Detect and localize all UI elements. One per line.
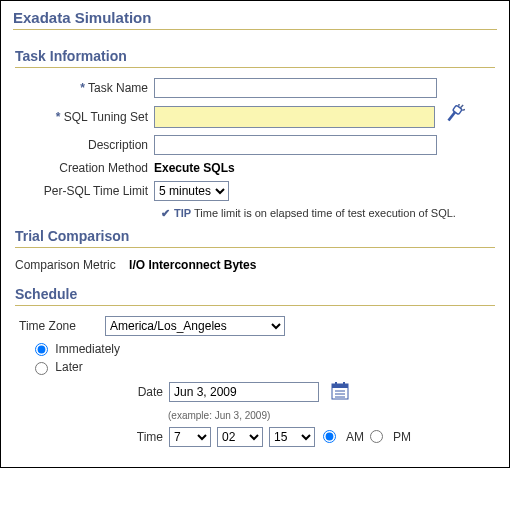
pm-radio[interactable] (370, 430, 383, 443)
svg-rect-2 (332, 384, 348, 388)
row-date: Date (13, 381, 497, 404)
per-sql-time-limit-select[interactable]: 5 minutes (154, 181, 229, 201)
page-title: Exadata Simulation (13, 7, 497, 30)
ampm-group: AM PM (323, 430, 411, 444)
pm-label: PM (393, 430, 411, 444)
radio-immediately-row: Immediately (35, 342, 497, 356)
flashlight-icon[interactable] (443, 104, 465, 129)
creation-method-label: Creation Method (13, 161, 154, 175)
tip-text: Time limit is on elapsed time of test ex… (194, 207, 456, 219)
row-sql-tuning-set: * SQL Tuning Set (13, 104, 497, 129)
description-input[interactable] (154, 135, 437, 155)
time-second-select[interactable]: 15 (269, 427, 315, 447)
row-comparison-metric: Comparison Metric I/O Interconnect Bytes (15, 258, 495, 272)
radio-later-row: Later (35, 360, 497, 374)
description-label: Description (13, 138, 154, 152)
row-creation-method: Creation Method Execute SQLs (13, 161, 497, 175)
later-label: Later (55, 360, 82, 374)
time-label: Time (13, 430, 169, 444)
section-schedule: Schedule (15, 286, 495, 306)
section-trial-comparison: Trial Comparison (15, 228, 495, 248)
row-per-sql-time-limit: Per-SQL Time Limit 5 minutes (13, 181, 497, 201)
task-name-label: * Task Name (13, 81, 154, 95)
sql-tuning-set-label: * SQL Tuning Set (13, 110, 154, 124)
am-radio[interactable] (323, 430, 336, 443)
time-zone-select[interactable]: America/Los_Angeles (105, 316, 285, 336)
comparison-metric-label: Comparison Metric (15, 258, 116, 272)
calendar-icon[interactable] (331, 381, 349, 404)
row-description: Description (13, 135, 497, 155)
row-time-zone: Time Zone America/Los_Angeles (19, 316, 497, 336)
tip-row: ✔TIP Time limit is on elapsed time of te… (161, 207, 497, 220)
later-radio[interactable] (35, 362, 48, 375)
row-time: Time 7 02 15 AM PM (13, 427, 497, 447)
per-sql-time-limit-label: Per-SQL Time Limit (13, 184, 154, 198)
immediately-radio[interactable] (35, 343, 48, 356)
am-label: AM (346, 430, 364, 444)
date-example: (example: Jun 3, 2009) (168, 410, 497, 421)
comparison-metric-value: I/O Interconnect Bytes (129, 258, 256, 272)
time-minute-select[interactable]: 02 (217, 427, 263, 447)
task-name-input[interactable] (154, 78, 437, 98)
row-task-name: * Task Name (13, 78, 497, 98)
tip-label: TIP (174, 207, 191, 219)
creation-method-value: Execute SQLs (154, 161, 235, 175)
immediately-label: Immediately (55, 342, 120, 356)
time-zone-label: Time Zone (19, 319, 105, 333)
tip-icon: ✔ (161, 207, 170, 219)
date-input[interactable] (169, 382, 319, 402)
sql-tuning-set-input[interactable] (154, 106, 435, 128)
date-label: Date (13, 385, 169, 399)
exadata-simulation-form: Exadata Simulation Task Information * Ta… (0, 0, 510, 468)
section-task-information: Task Information (15, 48, 495, 68)
time-hour-select[interactable]: 7 (169, 427, 211, 447)
